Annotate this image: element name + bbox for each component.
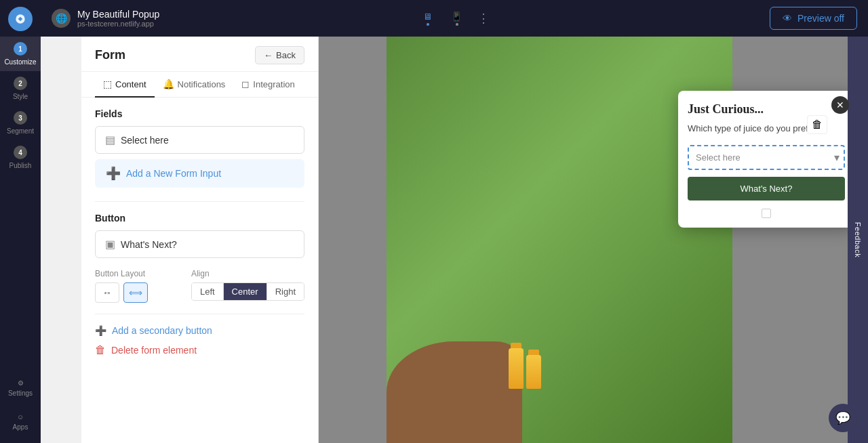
- back-button[interactable]: ← Back: [255, 46, 304, 64]
- site-icon: 🌐: [52, 9, 71, 28]
- panel-header: Form ← Back: [81, 37, 318, 72]
- close-icon: ✕: [836, 100, 844, 110]
- select-here-field[interactable]: ▤ Select here: [95, 126, 304, 154]
- layout-full-btn[interactable]: ⟺: [123, 282, 148, 303]
- desktop-device-btn[interactable]: 🖥: [419, 7, 436, 30]
- button-section-title: Button: [95, 213, 304, 224]
- layout-buttons: ↔ ⟺: [95, 282, 178, 303]
- layout-align-row: Button Layout ↔ ⟺ Align Left: [95, 269, 304, 303]
- layout-label: Button Layout: [95, 269, 178, 278]
- desktop-dot: [427, 23, 429, 26]
- align-section: Align Left Center Right: [191, 269, 304, 301]
- align-buttons: Left Center Right: [191, 282, 304, 301]
- bottle-2: [526, 355, 541, 389]
- apps-label: Apps: [13, 423, 28, 431]
- sidebar-item-customize[interactable]: 1 Customize: [0, 37, 41, 71]
- feedback-sidebar[interactable]: Feedback: [848, 37, 868, 443]
- popup-preview: ✕ 🗑 Just Curious... Which type of juice …: [678, 91, 854, 228]
- sidebar-bottom: ⚙ Settings ☺ Apps: [0, 374, 41, 443]
- sidebar-item-label: Publish: [9, 162, 32, 169]
- integration-icon: ◻: [241, 79, 250, 89]
- full-layout-icon: ⟺: [129, 287, 142, 298]
- main-area: Form ← Back ⬚ Content 🔔 Notifications ◻ …: [81, 37, 868, 443]
- segment-badge: 3: [14, 111, 27, 125]
- mobile-device-btn[interactable]: 📱: [447, 7, 467, 30]
- mobile-dot: [456, 23, 458, 26]
- whats-next-button-field[interactable]: ▣ What's Next?: [95, 230, 304, 258]
- sidebar-item-publish[interactable]: 4 Publish: [0, 140, 41, 175]
- align-label: Align: [191, 269, 304, 278]
- fields-section-title: Fields: [95, 108, 304, 119]
- eye-off-icon: 👁: [783, 13, 792, 24]
- preview-label: Preview off: [797, 13, 844, 24]
- trash-icon: 🗑: [812, 119, 823, 130]
- style-badge: 2: [14, 77, 27, 90]
- sidebar-item-label: Segment: [7, 127, 34, 135]
- popup-submit-button[interactable]: What's Next?: [688, 177, 845, 201]
- align-left-btn[interactable]: Left: [192, 283, 224, 300]
- bell-icon: 🔔: [163, 79, 174, 89]
- add-secondary-button-row[interactable]: ➕ Add a secondary button: [95, 325, 304, 336]
- popup-select-wrapper: Select here ▾: [688, 145, 845, 170]
- sidebar-item-apps[interactable]: ☺ Apps: [0, 408, 41, 436]
- popup-checkbox[interactable]: [762, 209, 771, 218]
- tab-content[interactable]: ⬚ Content: [95, 72, 155, 98]
- popup-footer: [688, 209, 845, 218]
- popup-body: 🗑 Just Curious... Which type of juice do…: [678, 91, 854, 228]
- topbar-center: 🖥 📱 ⋮: [419, 7, 490, 30]
- panel-title: Form: [95, 48, 125, 62]
- tab-notifications[interactable]: 🔔 Notifications: [155, 72, 234, 98]
- customize-badge: 1: [14, 42, 27, 56]
- panel-tabs: ⬚ Content 🔔 Notifications ◻ Integration: [81, 72, 318, 98]
- bottle-1: [509, 348, 524, 389]
- desktop-icon: 🖥: [423, 12, 432, 22]
- align-right-btn[interactable]: Right: [267, 283, 304, 300]
- button-icon: ▣: [105, 238, 115, 251]
- settings-label: Settings: [8, 389, 33, 397]
- apps-icon: ☺: [17, 413, 24, 421]
- preview-button[interactable]: 👁 Preview off: [770, 7, 857, 30]
- chat-icon: 💬: [835, 410, 850, 425]
- trash-icon: 🗑: [95, 344, 106, 356]
- canvas-area: ✕ 🗑 Just Curious... Which type of juice …: [319, 37, 868, 443]
- delete-form-element-row[interactable]: 🗑 Delete form element: [95, 344, 304, 356]
- arrow-left-icon: ←: [264, 50, 273, 60]
- plus-circle-icon: ➕: [106, 166, 121, 181]
- whats-next-label: What's Next?: [121, 239, 177, 250]
- popup-select[interactable]: Select here: [688, 145, 845, 170]
- sidebar-item-label: Style: [13, 93, 28, 100]
- gear-icon: ⚙: [18, 379, 24, 387]
- feedback-label: Feedback: [854, 222, 862, 257]
- popup-close-button[interactable]: ✕: [831, 96, 849, 114]
- chat-widget[interactable]: 💬: [829, 404, 857, 432]
- sidebar-item-settings[interactable]: ⚙ Settings: [0, 374, 41, 402]
- publish-badge: 4: [14, 146, 27, 159]
- section-divider: [95, 201, 304, 202]
- add-form-input-button[interactable]: ➕ Add a New Form Input: [95, 159, 304, 188]
- scene-brown: [387, 341, 522, 443]
- popup-delete-button[interactable]: 🗑: [807, 115, 827, 134]
- bottles: [509, 348, 541, 389]
- sidebar-item-label: Customize: [4, 58, 36, 66]
- plus-circle-secondary-icon: ➕: [95, 325, 106, 336]
- compact-layout-icon: ↔: [102, 287, 112, 298]
- sidebar-item-style[interactable]: 2 Style: [0, 71, 41, 106]
- content-icon: ⬚: [103, 79, 112, 89]
- topbar: 🌐 My Beautiful Popup ps-testceren.netlif…: [41, 0, 868, 37]
- section-divider-2: [95, 314, 304, 314]
- select-here-label: Select here: [121, 135, 169, 146]
- tab-integration[interactable]: ◻ Integration: [233, 72, 302, 98]
- dropdown-icon: ▤: [105, 133, 115, 146]
- topbar-right: 👁 Preview off: [770, 7, 857, 30]
- sidebar: 1 Customize 2 Style 3 Segment 4 Publish …: [0, 0, 41, 443]
- mobile-icon: 📱: [451, 12, 462, 22]
- layout-compact-btn[interactable]: ↔: [95, 282, 119, 303]
- app-logo[interactable]: [8, 7, 33, 31]
- panel-content: Fields ▤ Select here ➕ Add a New Form In…: [81, 98, 318, 367]
- form-panel: Form ← Back ⬚ Content 🔔 Notifications ◻ …: [81, 37, 319, 443]
- layout-section: Button Layout ↔ ⟺: [95, 269, 178, 303]
- sidebar-item-segment[interactable]: 3 Segment: [0, 106, 41, 140]
- align-center-btn[interactable]: Center: [224, 283, 267, 300]
- more-options-icon[interactable]: ⋮: [477, 11, 490, 26]
